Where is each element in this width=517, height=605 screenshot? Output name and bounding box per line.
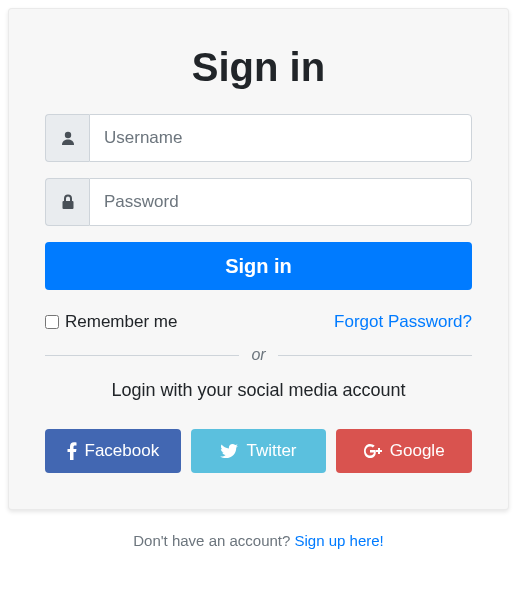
footer-text: Don't have an account?: [133, 532, 294, 549]
google-icon: [364, 443, 382, 459]
divider-text: or: [239, 346, 277, 364]
twitter-label: Twitter: [246, 441, 296, 461]
signup-link[interactable]: Sign up here!: [295, 532, 384, 549]
facebook-label: Facebook: [85, 441, 160, 461]
facebook-icon: [67, 442, 77, 460]
signin-button[interactable]: Sign in: [45, 242, 472, 290]
svg-point-0: [64, 132, 70, 138]
twitter-icon: [220, 444, 238, 459]
divider-line-right: [278, 355, 472, 356]
password-group: [45, 178, 472, 226]
google-button[interactable]: Google: [336, 429, 472, 473]
divider: or: [45, 346, 472, 364]
divider-line-left: [45, 355, 239, 356]
facebook-button[interactable]: Facebook: [45, 429, 181, 473]
username-input[interactable]: [89, 114, 472, 162]
twitter-button[interactable]: Twitter: [191, 429, 327, 473]
options-row: Remember me Forgot Password?: [45, 312, 472, 332]
remember-label: Remember me: [65, 312, 177, 332]
password-input[interactable]: [89, 178, 472, 226]
forgot-password-link[interactable]: Forgot Password?: [334, 312, 472, 332]
remember-checkbox-wrap[interactable]: Remember me: [45, 312, 177, 332]
signin-card: Sign in Sign in Remembe: [8, 8, 509, 510]
lock-icon-addon: [45, 178, 89, 226]
username-group: [45, 114, 472, 162]
google-label: Google: [390, 441, 445, 461]
user-icon: [60, 130, 76, 146]
page-title: Sign in: [45, 45, 472, 90]
social-buttons-row: Facebook Twitter Google: [45, 429, 472, 473]
social-prompt: Login with your social media account: [45, 380, 472, 401]
lock-icon: [61, 194, 75, 210]
user-icon-addon: [45, 114, 89, 162]
footer: Don't have an account? Sign up here!: [8, 532, 509, 549]
remember-checkbox[interactable]: [45, 315, 59, 329]
svg-rect-1: [62, 201, 73, 209]
